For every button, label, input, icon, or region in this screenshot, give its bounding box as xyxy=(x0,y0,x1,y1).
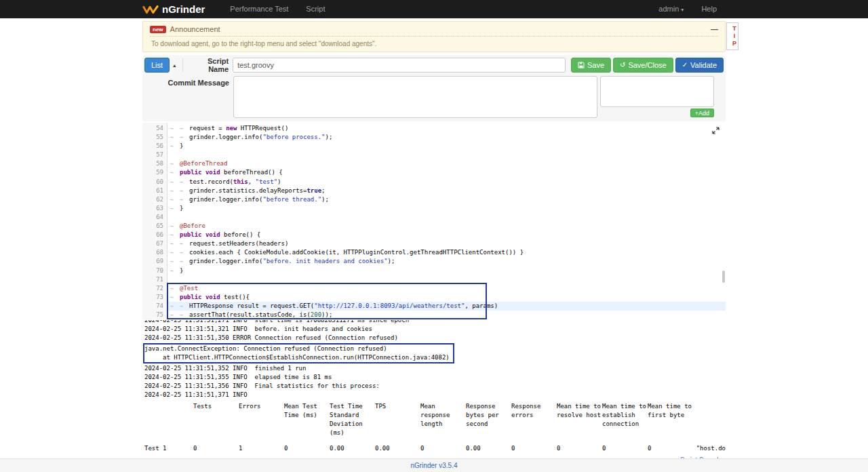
code-line[interactable] xyxy=(167,151,726,159)
code-line[interactable]: →→HTTPResponse result = request.GET("htt… xyxy=(167,302,726,311)
commit-message-label: Commit Message xyxy=(144,76,229,87)
save-button[interactable]: Save xyxy=(571,58,611,73)
tab-indent-icon: → xyxy=(180,195,189,204)
commit-message-textarea[interactable] xyxy=(233,76,597,118)
stats-trailing-text: "host.do xyxy=(693,444,726,453)
editor-scrollbar[interactable] xyxy=(722,271,725,283)
tab-indent-icon: → xyxy=(170,204,180,213)
save-label: Save xyxy=(587,61,604,69)
new-badge: new xyxy=(150,26,166,33)
tab-indent-icon: → xyxy=(170,293,180,302)
script-name-label: Script Name xyxy=(186,57,229,73)
ngrinder-logo[interactable]: nGrinder xyxy=(142,3,205,15)
save-close-label: Save/Close xyxy=(628,61,666,69)
tab-indent-icon: → xyxy=(170,124,180,133)
code-line[interactable]: →→grinder.statistics.delayReports=true; xyxy=(167,186,726,195)
tab-indent-icon: → xyxy=(180,239,189,248)
toolbar-divider xyxy=(182,58,183,72)
log-line: 2024-02-25 11:31:51,271 INFO start time … xyxy=(144,320,726,325)
line-number: 61 xyxy=(142,186,167,195)
stats-value: 0 xyxy=(602,444,648,453)
code-line[interactable]: →} xyxy=(167,142,726,151)
script-name-input[interactable] xyxy=(233,58,566,73)
code-line[interactable]: →@Test xyxy=(167,284,726,293)
announcement-header: new Announcement — xyxy=(150,24,718,37)
code-line[interactable]: →@Before xyxy=(167,222,726,231)
log-line: 2024-02-25 11:31:51,352 INFO finished 1 … xyxy=(144,364,726,373)
tab-indent-icon: → xyxy=(170,248,180,257)
add-button[interactable]: +Add xyxy=(690,109,714,117)
tab-indent-icon: → xyxy=(170,222,180,231)
expand-editor-icon[interactable] xyxy=(712,125,719,137)
line-number: 71 xyxy=(142,275,167,284)
stats-col-header: Tests xyxy=(193,402,239,437)
line-number: 75 xyxy=(142,311,167,319)
code-line[interactable]: →} xyxy=(167,204,726,213)
collapse-announcement-button[interactable]: — xyxy=(711,25,718,33)
code-line[interactable]: →→grinder.logger.info("before thread."); xyxy=(167,195,726,204)
tab-indent-icon: → xyxy=(180,186,189,195)
code-line[interactable]: →→request.setHeaders(headers) xyxy=(167,239,726,248)
code-line[interactable]: →public void test(){ xyxy=(167,293,726,302)
stats-headers: TestsErrorsMean TestTime (ms)Test TimeSt… xyxy=(144,402,726,437)
brand-text: nGrinder xyxy=(162,3,205,15)
line-number: 60 xyxy=(142,178,167,186)
code-line[interactable]: →→request = new HTTPRequest() xyxy=(167,124,726,133)
code-line[interactable]: →→grinder.logger.info("before process.")… xyxy=(167,133,726,142)
stats-col-header: Responsebytes persecond xyxy=(466,402,511,437)
save-button-group: Save ↺ Save/Close ✓ Validate xyxy=(571,58,724,73)
code-line[interactable]: →public void before() { xyxy=(167,231,726,239)
stats-value: 0.00 xyxy=(330,444,375,453)
footer: nGrinder v3.5.4 xyxy=(0,458,868,472)
validate-button[interactable]: ✓ Validate xyxy=(675,58,724,73)
tab-indent-icon: → xyxy=(180,248,189,257)
tab-indent-icon: → xyxy=(180,178,189,186)
tab-indent-icon: → xyxy=(170,239,180,248)
tab-indent-icon: → xyxy=(180,311,189,319)
stats-value: 0.00 xyxy=(375,444,420,453)
list-button[interactable]: List xyxy=(144,58,170,73)
log-line: 2024-02-25 11:31:51,355 INFO elapsed tim… xyxy=(144,373,726,382)
line-number: 66 xyxy=(142,231,167,239)
line-number: 57 xyxy=(142,151,167,159)
log-line: at HTTPClient.HTTPConnection$EstablishCo… xyxy=(144,353,453,362)
tab-indent-icon: → xyxy=(170,186,180,195)
stats-value: 0 xyxy=(193,444,239,453)
code-line[interactable]: →@BeforeThread xyxy=(167,159,726,168)
log-line: 2024-02-25 11:31:51,371 INFO xyxy=(144,391,726,399)
code-line[interactable]: →→cookies.each { CookieModule.addCookie(… xyxy=(167,248,726,257)
line-number: 67 xyxy=(142,239,167,248)
log-line: 2024-02-25 11:31:51,321 INFO before. ini… xyxy=(144,325,726,334)
chevron-down-icon: ▾ xyxy=(681,7,684,13)
code-line[interactable]: →→test.record(this, "test") xyxy=(167,178,726,186)
nav-help[interactable]: Help xyxy=(692,0,726,19)
code-line[interactable]: →} xyxy=(167,267,726,275)
version-text: nGrinder v3.5.4 xyxy=(411,462,458,469)
top-navbar: nGrinder Performance Test Script admin ▾… xyxy=(0,0,868,18)
stats-row-label: Test 1 xyxy=(144,444,193,453)
tab-indent-icon: → xyxy=(180,133,189,142)
code-line[interactable] xyxy=(167,213,726,222)
collapse-caret-icon[interactable]: ▴ xyxy=(170,62,179,68)
stats-value: 1 xyxy=(239,444,284,453)
code-line[interactable]: →public void beforeThread() { xyxy=(167,168,726,177)
code-lines: →→request = new HTTPRequest()→→grinder.l… xyxy=(167,123,726,319)
line-number: 73 xyxy=(142,293,167,302)
nav-admin-menu[interactable]: admin ▾ xyxy=(650,0,692,19)
save-close-button[interactable]: ↺ Save/Close xyxy=(613,58,673,73)
save-close-icon: ↺ xyxy=(620,62,625,68)
code-editor[interactable]: 5455565758596061626364656667686970717273… xyxy=(142,123,726,319)
tab-indent-icon: → xyxy=(170,302,180,311)
line-number: 72 xyxy=(142,284,167,293)
line-number: 64 xyxy=(142,213,167,222)
code-line[interactable]: →→assertThat(result.statusCode, is(200))… xyxy=(167,311,726,319)
floppy-icon xyxy=(578,62,585,68)
commit-log-textarea[interactable] xyxy=(600,76,714,107)
validate-label: Validate xyxy=(690,61,717,69)
tip-tab[interactable]: TIP xyxy=(726,22,738,50)
code-line[interactable]: →→grinder.logger.info("before. init head… xyxy=(167,257,726,266)
code-line[interactable] xyxy=(167,275,726,284)
nav-performance-test[interactable]: Performance Test xyxy=(221,0,297,18)
nav-script[interactable]: Script xyxy=(297,0,334,18)
stats-value: 0.00 xyxy=(466,444,511,453)
